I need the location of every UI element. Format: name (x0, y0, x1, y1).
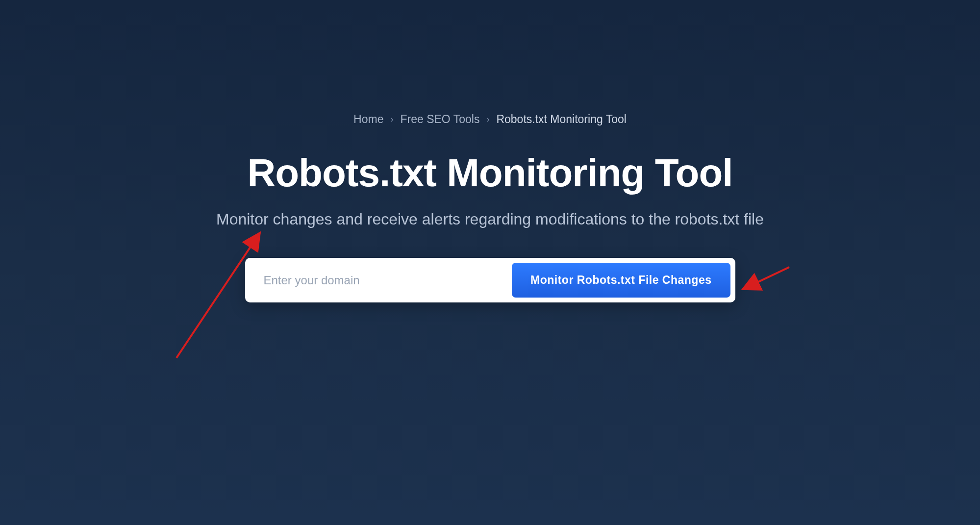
breadcrumb-home[interactable]: Home (353, 113, 383, 126)
chevron-right-icon: › (390, 114, 393, 125)
domain-form: Monitor Robots.txt File Changes (245, 258, 735, 302)
breadcrumb-current: Robots.txt Monitoring Tool (496, 113, 627, 126)
domain-input[interactable] (250, 265, 512, 296)
breadcrumb: Home › Free SEO Tools › Robots.txt Monit… (353, 113, 627, 126)
page-title: Robots.txt Monitoring Tool (247, 150, 732, 196)
page-subtitle: Monitor changes and receive alerts regar… (216, 210, 764, 228)
breadcrumb-tools[interactable]: Free SEO Tools (400, 113, 479, 126)
chevron-right-icon: › (486, 114, 489, 125)
monitor-button[interactable]: Monitor Robots.txt File Changes (512, 263, 730, 298)
hero-section: Home › Free SEO Tools › Robots.txt Monit… (0, 0, 980, 302)
